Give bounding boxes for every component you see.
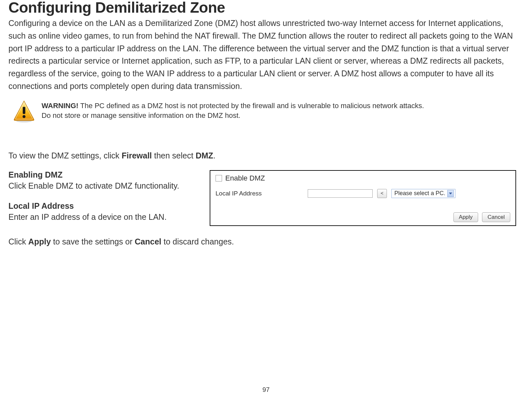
- final-apply: Apply: [28, 237, 51, 246]
- enable-dmz-header: Enabling DMZ: [8, 170, 193, 180]
- svg-point-2: [23, 115, 26, 118]
- intro-paragraph: Configuring a device on the LAN as a Dem…: [8, 17, 521, 93]
- chevron-down-icon: [447, 190, 454, 197]
- nav-instruction: To view the DMZ settings, click Firewall…: [8, 151, 524, 160]
- local-ip-header: Local IP Address: [8, 201, 193, 211]
- warning-line1: The PC defined as a DMZ host is not prot…: [79, 102, 424, 110]
- dmz-settings-panel: Enable DMZ Local IP Address < Please sel…: [210, 170, 516, 226]
- apply-button[interactable]: Apply: [453, 212, 478, 222]
- pc-select-dropdown[interactable]: Please select a PC.: [391, 189, 455, 198]
- final-instruction: Click Apply to save the settings or Canc…: [8, 237, 524, 246]
- final-cancel: Cancel: [135, 237, 161, 246]
- warning-label: WARNING!: [42, 102, 79, 110]
- local-ip-body: Enter an IP address of a device on the L…: [8, 211, 193, 223]
- assign-ip-button[interactable]: <: [377, 189, 387, 198]
- left-column: Enabling DMZ Click Enable DMZ to activat…: [8, 170, 193, 223]
- nav-firewall: Firewall: [122, 151, 152, 160]
- warning-block: WARNING! The PC defined as a DMZ host is…: [8, 100, 524, 123]
- local-ip-label: Local IP Address: [216, 190, 303, 197]
- final-mid: to save the settings or: [51, 237, 135, 246]
- nav-dmz: DMZ: [196, 151, 213, 160]
- final-pre: Click: [8, 237, 28, 246]
- nav-post: .: [213, 151, 216, 160]
- final-post: to discard changes.: [161, 237, 234, 246]
- pc-select-text: Please select a PC.: [394, 190, 445, 197]
- warning-line2: Do not store or manage sensitive informa…: [42, 111, 241, 119]
- enable-dmz-checkbox[interactable]: [216, 175, 222, 181]
- enable-dmz-body: Click Enable DMZ to activate DMZ functio…: [8, 180, 193, 192]
- svg-rect-1: [23, 107, 25, 114]
- warning-icon: [12, 100, 36, 123]
- page-number: 97: [0, 386, 532, 394]
- nav-mid: then select: [152, 151, 196, 160]
- cancel-button[interactable]: Cancel: [482, 212, 510, 222]
- local-ip-input[interactable]: [308, 189, 373, 198]
- nav-pre: To view the DMZ settings, click: [8, 151, 122, 160]
- warning-text: WARNING! The PC defined as a DMZ host is…: [42, 100, 424, 121]
- enable-dmz-label: Enable DMZ: [225, 174, 265, 182]
- page-title: Configuring Demilitarized Zone: [8, 0, 524, 15]
